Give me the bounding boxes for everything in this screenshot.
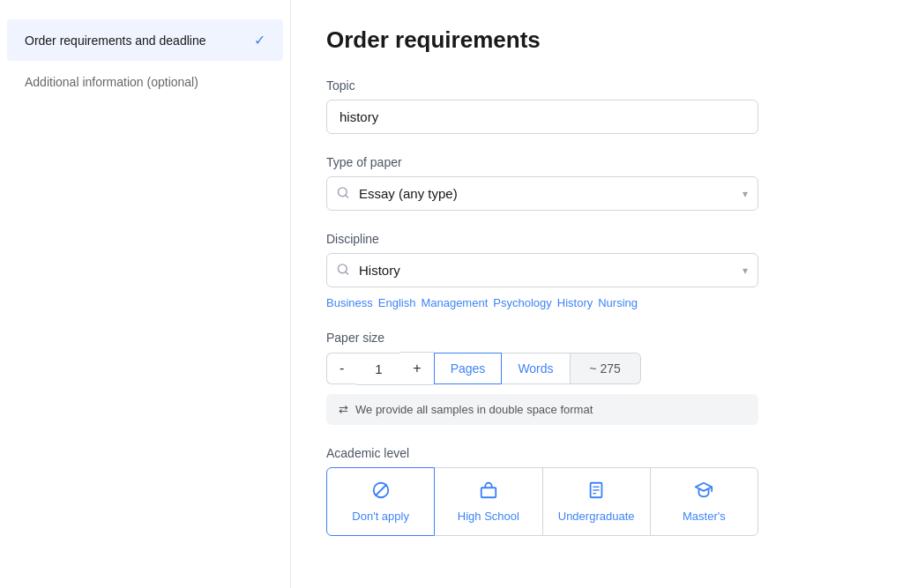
- discipline-section: Discipline History Business English Mana…: [326, 232, 868, 309]
- academic-card-high-school[interactable]: High School: [434, 467, 542, 536]
- stepper-plus-button[interactable]: +: [400, 352, 433, 385]
- discipline-tag-business[interactable]: Business: [326, 296, 373, 309]
- dont-apply-icon: [371, 480, 391, 504]
- sidebar-item-label-additional: Additional information (optional): [25, 75, 198, 89]
- svg-line-5: [375, 485, 386, 496]
- main-content: Order requirements Topic Type of paper E…: [291, 0, 903, 588]
- topic-label: Topic: [326, 78, 868, 93]
- discipline-tag-psychology[interactable]: Psychology: [493, 296, 551, 309]
- type-of-paper-wrapper: Essay (any type) Research Paper Term Pap…: [326, 176, 758, 211]
- academic-level-label: Academic level: [326, 446, 868, 460]
- svg-rect-6: [481, 488, 496, 497]
- stepper-value: 1: [356, 353, 400, 385]
- academic-level-cards: Don't apply High School: [326, 467, 758, 536]
- undergraduate-label: Undergraduate: [558, 510, 635, 523]
- type-of-paper-section: Type of paper Essay (any type) Research …: [326, 155, 868, 211]
- discipline-tag-nursing[interactable]: Nursing: [598, 296, 638, 309]
- double-space-text: We provide all samples in double space f…: [355, 403, 593, 416]
- pages-button[interactable]: Pages: [434, 353, 503, 384]
- topic-section: Topic: [326, 78, 868, 134]
- discipline-label: Discipline: [326, 232, 868, 246]
- type-of-paper-select[interactable]: Essay (any type) Research Paper Term Pap…: [326, 176, 758, 211]
- masters-icon: [694, 480, 713, 504]
- masters-label: Master's: [683, 510, 726, 523]
- stepper-minus-button[interactable]: -: [326, 353, 356, 384]
- academic-card-undergraduate[interactable]: Undergraduate: [542, 467, 651, 536]
- double-space-note: ⇄ We provide all samples in double space…: [326, 394, 758, 425]
- paper-size-row: - 1 + Pages Words ~ 275: [326, 352, 758, 385]
- double-space-icon: ⇄: [339, 403, 348, 416]
- check-icon: ✓: [254, 32, 265, 48]
- discipline-select[interactable]: History Business English Management Psyc…: [326, 253, 758, 287]
- academic-card-masters[interactable]: Master's: [650, 467, 758, 536]
- academic-card-dont-apply[interactable]: Don't apply: [326, 467, 435, 536]
- dont-apply-label: Don't apply: [352, 510, 409, 523]
- discipline-wrapper: History Business English Management Psyc…: [326, 253, 758, 287]
- sidebar-item-additional-info[interactable]: Additional information (optional): [7, 63, 283, 101]
- sidebar: Order requirements and deadline ✓ Additi…: [0, 0, 291, 588]
- high-school-icon: [479, 480, 498, 504]
- approx-value: ~ 275: [571, 353, 641, 384]
- sidebar-item-label-order: Order requirements and deadline: [25, 33, 205, 48]
- words-button[interactable]: Words: [502, 353, 570, 384]
- page-title: Order requirements: [326, 26, 868, 54]
- paper-size-section: Paper size - 1 + Pages Words ~ 275 ⇄ We …: [326, 331, 868, 425]
- high-school-label: High School: [458, 510, 519, 523]
- discipline-tags: Business English Management Psychology H…: [326, 296, 758, 309]
- topic-input[interactable]: [326, 100, 758, 134]
- academic-level-section: Academic level Don't apply: [326, 446, 868, 536]
- sidebar-item-order-requirements[interactable]: Order requirements and deadline ✓: [7, 19, 283, 61]
- type-of-paper-label: Type of paper: [326, 155, 868, 169]
- undergraduate-icon: [586, 480, 606, 504]
- discipline-tag-management[interactable]: Management: [421, 296, 488, 309]
- discipline-tag-history[interactable]: History: [557, 296, 593, 309]
- discipline-tag-english[interactable]: English: [378, 296, 416, 309]
- paper-size-label: Paper size: [326, 331, 868, 345]
